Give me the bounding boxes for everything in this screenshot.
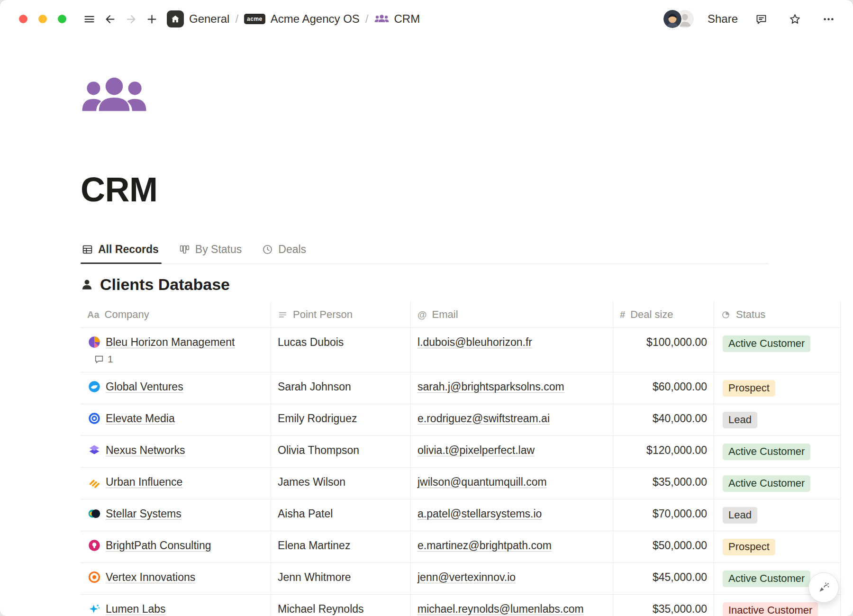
company-cell[interactable]: Bleu Horizon Management1 [81, 328, 271, 372]
email-cell[interactable]: michael.reynolds@lumenlabs.com [411, 595, 613, 616]
email-cell[interactable]: l.dubois@bleuhorizon.fr [411, 328, 613, 372]
deal-size-cell[interactable]: $100,000.00 [613, 328, 714, 372]
page-title[interactable]: CRM [81, 170, 853, 209]
floating-help-button[interactable] [808, 572, 839, 603]
email-link[interactable]: l.dubois@bleuhorizon.fr [417, 336, 532, 348]
breadcrumb-root[interactable]: General [189, 12, 229, 26]
point-person-cell[interactable]: Olivia Thompson [271, 436, 411, 467]
email-link[interactable]: sarah.j@brightsparksolns.com [417, 380, 564, 393]
email-link[interactable]: jenn@vertexinnov.io [417, 571, 516, 583]
sidebar-toggle-button[interactable] [79, 9, 100, 29]
point-person-cell[interactable]: Michael Reynolds [271, 595, 411, 616]
email-link[interactable]: olivia.t@pixelperfect.law [417, 444, 535, 456]
company-link[interactable]: Nexus Networks [106, 443, 185, 457]
teamspace-home-icon[interactable] [167, 10, 184, 27]
column-label: Email [432, 308, 458, 321]
company-cell[interactable]: Urban Influence [81, 468, 271, 499]
comments-button[interactable] [751, 9, 771, 29]
email-cell[interactable]: jwilson@quantumquill.com [411, 468, 613, 499]
tab-deals[interactable]: Deals [261, 237, 309, 263]
nav-back-button[interactable] [100, 9, 120, 29]
status-cell[interactable]: Prospect [714, 372, 841, 404]
email-cell[interactable]: jenn@vertexinnov.io [411, 563, 613, 594]
more-options-button[interactable] [818, 9, 839, 29]
new-page-button[interactable] [141, 9, 162, 29]
point-person-cell[interactable]: Lucas Dubois [271, 328, 411, 372]
page-icon[interactable] [81, 76, 148, 119]
column-header-status[interactable]: Status [714, 302, 841, 327]
company-cell[interactable]: Nexus Networks [81, 436, 271, 467]
avatar[interactable] [662, 9, 682, 29]
deal-size-cell[interactable]: $45,000.00 [613, 563, 714, 594]
company-link[interactable]: Vertex Innovations [106, 570, 195, 584]
point-person-cell[interactable]: Sarah Johnson [271, 372, 411, 404]
window-close-button[interactable] [19, 15, 27, 23]
column-header-point-person[interactable]: Point Person [271, 302, 411, 327]
status-cell[interactable]: Lead [714, 404, 841, 435]
email-cell[interactable]: a.patel@stellarsystems.io [411, 499, 613, 531]
table-row[interactable]: Global VenturesSarah Johnsonsarah.j@brig… [81, 372, 841, 404]
database-title[interactable]: Clients Database [100, 275, 230, 294]
status-cell[interactable]: Prospect [714, 531, 841, 562]
deal-size-cell[interactable]: $120,000.00 [613, 436, 714, 467]
column-header-email[interactable]: @ Email [411, 302, 613, 327]
email-link[interactable]: e.rodriguez@swiftstream.ai [417, 412, 550, 425]
company-cell[interactable]: Stellar Systems [81, 499, 271, 531]
deal-size-cell[interactable]: $50,000.00 [613, 531, 714, 562]
table-row[interactable]: Bleu Horizon Management1Lucas Duboisl.du… [81, 328, 841, 372]
table-row[interactable]: Stellar SystemsAisha Patela.patel@stella… [81, 499, 841, 531]
company-cell[interactable]: Lumen Labs [81, 595, 271, 616]
email-cell[interactable]: olivia.t@pixelperfect.law [411, 436, 613, 467]
email-cell[interactable]: sarah.j@brightsparksolns.com [411, 372, 613, 404]
status-cell[interactable]: Lead [714, 499, 841, 531]
table-row[interactable]: Urban InfluenceJames Wilsonjwilson@quant… [81, 468, 841, 499]
table-row[interactable]: Vertex InnovationsJenn Whitmorejenn@vert… [81, 563, 841, 595]
email-cell[interactable]: e.rodriguez@swiftstream.ai [411, 404, 613, 435]
table-row[interactable]: Nexus NetworksOlivia Thompsonolivia.t@pi… [81, 436, 841, 468]
deal-size-cell[interactable]: $60,000.00 [613, 372, 714, 404]
company-link[interactable]: Urban Influence [106, 475, 182, 489]
window-minimize-button[interactable] [38, 15, 47, 23]
nav-forward-button[interactable] [120, 9, 141, 29]
deal-size-cell[interactable]: $70,000.00 [613, 499, 714, 531]
share-button[interactable]: Share [708, 12, 738, 26]
company-cell[interactable]: BrightPath Consulting [81, 531, 271, 562]
email-link[interactable]: e.martinez@brightpath.com [417, 539, 552, 552]
table-row[interactable]: Elevate MediaEmily Rodrigueze.rodriguez@… [81, 404, 841, 436]
email-link[interactable]: a.patel@stellarsystems.io [417, 507, 542, 520]
column-header-company[interactable]: Aa Company [81, 302, 271, 327]
company-link[interactable]: Stellar Systems [106, 507, 181, 521]
company-link[interactable]: Bleu Horizon Management [106, 335, 235, 349]
column-header-deal-size[interactable]: # Deal size [613, 302, 714, 327]
company-link[interactable]: BrightPath Consulting [106, 538, 211, 553]
deal-size-cell[interactable]: $35,000.00 [613, 595, 714, 616]
point-person-cell[interactable]: Emily Rodriguez [271, 404, 411, 435]
status-cell[interactable]: Active Customer [714, 328, 841, 372]
email-link[interactable]: michael.reynolds@lumenlabs.com [417, 603, 584, 615]
email-cell[interactable]: e.martinez@brightpath.com [411, 531, 613, 562]
comment-count-badge[interactable]: 1 [94, 353, 264, 365]
tab-all-records[interactable]: All Records [81, 237, 162, 263]
company-cell[interactable]: Global Ventures [81, 372, 271, 404]
table-row[interactable]: BrightPath ConsultingElena Martineze.mar… [81, 531, 841, 563]
window-zoom-button[interactable] [58, 15, 66, 23]
company-cell[interactable]: Vertex Innovations [81, 563, 271, 594]
deal-size-cell[interactable]: $35,000.00 [613, 468, 714, 499]
company-cell[interactable]: Elevate Media [81, 404, 271, 435]
breadcrumb-page[interactable]: CRM [394, 12, 420, 26]
company-link[interactable]: Global Ventures [106, 380, 183, 394]
tab-by-status[interactable]: By Status [178, 237, 245, 263]
company-link[interactable]: Lumen Labs [106, 602, 166, 616]
point-person-cell[interactable]: Aisha Patel [271, 499, 411, 531]
email-link[interactable]: jwilson@quantumquill.com [417, 476, 547, 488]
point-person-cell[interactable]: James Wilson [271, 468, 411, 499]
breadcrumb-workspace[interactable]: Acme Agency OS [271, 12, 360, 26]
company-link[interactable]: Elevate Media [106, 411, 175, 426]
status-cell[interactable]: Active Customer [714, 436, 841, 467]
deal-size-cell[interactable]: $40,000.00 [613, 404, 714, 435]
table-row[interactable]: Lumen LabsMichael Reynoldsmichael.reynol… [81, 595, 841, 616]
point-person-cell[interactable]: Elena Martinez [271, 531, 411, 562]
favorite-button[interactable] [784, 9, 805, 29]
status-cell[interactable]: Active Customer [714, 468, 841, 499]
point-person-cell[interactable]: Jenn Whitmore [271, 563, 411, 594]
